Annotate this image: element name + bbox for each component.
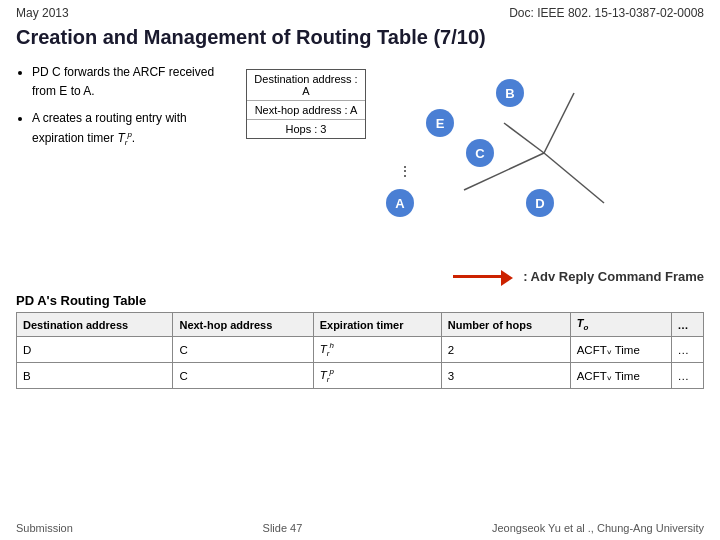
routing-table: Destination address Next-hop address Exp… bbox=[16, 312, 704, 389]
hops-row: Hops : 3 bbox=[247, 120, 365, 138]
td-extra-2: … bbox=[671, 363, 704, 389]
arrow-icon bbox=[453, 267, 513, 285]
td-extra-1: … bbox=[671, 337, 704, 363]
td-nexthop-2: C bbox=[173, 363, 313, 389]
td-hops-2: 3 bbox=[441, 363, 570, 389]
table-row: D C Trh 2 ACFTᵥ Time … bbox=[17, 337, 704, 363]
page-title: Creation and Management of Routing Table… bbox=[0, 22, 720, 59]
footer-center: Slide 47 bbox=[263, 522, 303, 534]
node-B: B bbox=[496, 79, 524, 107]
th-ellipsis: … bbox=[671, 313, 704, 337]
arrow-section: : Adv Reply Command Frame bbox=[0, 259, 720, 293]
dest-addr-row: Destination address : A bbox=[247, 70, 365, 101]
td-hops-1: 2 bbox=[441, 337, 570, 363]
td-dest-1: D bbox=[17, 337, 173, 363]
th-to: To bbox=[570, 313, 671, 337]
header-left: May 2013 bbox=[16, 6, 69, 20]
routing-section: PD A's Routing Table Destination address… bbox=[0, 293, 720, 389]
th-hops: Number of hops bbox=[441, 313, 570, 337]
routing-table-title: PD A's Routing Table bbox=[16, 293, 704, 308]
th-expiration: Expiration timer bbox=[313, 313, 441, 337]
th-dest: Destination address bbox=[17, 313, 173, 337]
bullet-1: PD C forwards the ARCF received from E t… bbox=[32, 63, 216, 101]
dots-separator: ⋮ bbox=[398, 164, 412, 178]
td-to-2: ACFTᵥ Time bbox=[570, 363, 671, 389]
footer-left: Submission bbox=[16, 522, 73, 534]
header-right: Doc: IEEE 802. 15-13-0387-02-0008 bbox=[509, 6, 704, 20]
arrow-label: : Adv Reply Command Frame bbox=[523, 269, 704, 284]
node-D: D bbox=[526, 189, 554, 217]
bullet-section: PD C forwards the ARCF received from E t… bbox=[16, 59, 216, 259]
bullet-2: A creates a routing entry with expiratio… bbox=[32, 109, 216, 149]
svg-line-1 bbox=[544, 93, 574, 153]
td-exp-1: Trh bbox=[313, 337, 441, 363]
table-header-row: Destination address Next-hop address Exp… bbox=[17, 313, 704, 337]
nexthop-addr-row: Next-hop address : A bbox=[247, 101, 365, 120]
svg-line-3 bbox=[504, 123, 544, 153]
node-C: C bbox=[466, 139, 494, 167]
node-A: A bbox=[386, 189, 414, 217]
td-to-1: ACFTᵥ Time bbox=[570, 337, 671, 363]
footer: Submission Slide 47 Jeongseok Yu et al .… bbox=[16, 522, 704, 534]
table-row: B C Trp 3 ACFTᵥ Time … bbox=[17, 363, 704, 389]
svg-line-2 bbox=[544, 153, 604, 203]
td-exp-2: Trp bbox=[313, 363, 441, 389]
footer-right: Jeongseok Yu et al ., Chung-Ang Universi… bbox=[492, 522, 704, 534]
th-nexthop: Next-hop address bbox=[173, 313, 313, 337]
td-nexthop-1: C bbox=[173, 337, 313, 363]
td-dest-2: B bbox=[17, 363, 173, 389]
routing-info-box: Destination address : A Next-hop address… bbox=[246, 69, 366, 139]
node-E: E bbox=[426, 109, 454, 137]
network-diagram: Destination address : A Next-hop address… bbox=[226, 59, 704, 259]
